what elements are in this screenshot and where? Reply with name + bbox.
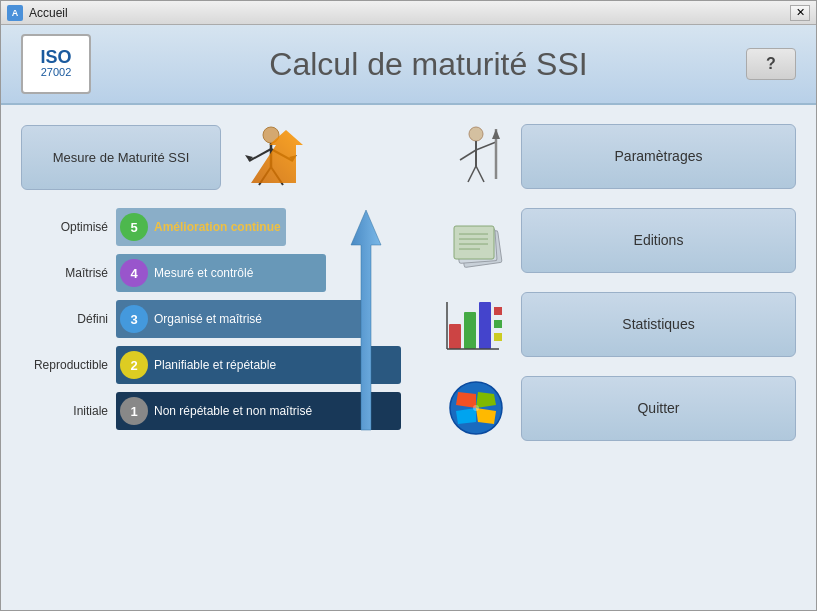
editions-row: Editions: [441, 204, 796, 276]
level-circle-2: 2: [120, 351, 148, 379]
pyramid-arrow: [341, 205, 391, 435]
svg-rect-31: [494, 333, 502, 341]
left-panel: Mesure de Maturité SSI: [21, 120, 421, 597]
header: ISO 27002 Calcul de maturité SSI ?: [1, 25, 816, 105]
level-bar-5: 5Amélioration continue: [116, 208, 286, 246]
level-circle-4: 4: [120, 259, 148, 287]
svg-line-11: [460, 150, 476, 160]
level-label-3: Défini: [21, 312, 116, 326]
person-figure: [231, 125, 311, 190]
level-text-1: Non répétable et non maîtrisé: [154, 404, 312, 418]
level-label-4: Maîtrisé: [21, 266, 116, 280]
level-circle-5: 5: [120, 213, 148, 241]
app-title: Calcul de maturité SSI: [111, 46, 746, 83]
title-bar-label: Accueil: [29, 6, 790, 20]
main-content: Mesure de Maturité SSI: [1, 105, 816, 611]
level-label-2: Reproductible: [21, 358, 116, 372]
level-text-3: Organisé et maîtrisé: [154, 312, 262, 326]
svg-rect-19: [454, 226, 494, 259]
pyramid: Optimisé5Amélioration continueMaîtrisé4M…: [21, 205, 401, 445]
level-circle-3: 3: [120, 305, 148, 333]
level-text-2: Planifiable et répétable: [154, 358, 276, 372]
svg-line-16: [476, 166, 484, 182]
svg-rect-30: [494, 320, 502, 328]
quitter-button[interactable]: Quitter: [521, 376, 796, 441]
close-button[interactable]: ✕: [790, 5, 810, 21]
svg-marker-8: [351, 210, 381, 430]
svg-rect-25: [464, 312, 476, 349]
logo-iso: ISO: [40, 48, 71, 66]
editions-button[interactable]: Editions: [521, 208, 796, 273]
title-bar: A Accueil ✕: [1, 1, 816, 25]
level-text-4: Mesuré et contrôlé: [154, 266, 253, 280]
level-label-1: Initiale: [21, 404, 116, 418]
statistiques-button[interactable]: Statistiques: [521, 292, 796, 357]
parametrages-button[interactable]: Paramètrages: [521, 124, 796, 189]
statistiques-row: Statistiques: [441, 288, 796, 360]
logo-box: ISO 27002: [21, 34, 91, 94]
logo-number: 27002: [41, 66, 72, 79]
maturite-button[interactable]: Mesure de Maturité SSI: [21, 125, 221, 190]
svg-line-15: [468, 166, 476, 182]
level-text-5: Amélioration continue: [154, 220, 281, 234]
level-circle-1: 1: [120, 397, 148, 425]
svg-marker-14: [492, 129, 500, 139]
level-bar-4: 4Mesuré et contrôlé: [116, 254, 326, 292]
top-left-row: Mesure de Maturité SSI: [21, 120, 421, 195]
svg-line-12: [476, 142, 496, 150]
svg-rect-26: [479, 302, 491, 349]
svg-rect-24: [449, 324, 461, 349]
parametrages-row: Paramètrages: [441, 120, 796, 192]
svg-point-33: [473, 405, 479, 411]
level-bar-3: 3Organisé et maîtrisé: [116, 300, 366, 338]
quitter-row: Quitter: [441, 372, 796, 444]
parametrages-icon: [441, 124, 511, 189]
statistiques-icon: [441, 292, 511, 357]
editions-icon: [441, 208, 511, 273]
level-label-5: Optimisé: [21, 220, 116, 234]
right-panel: Paramètrages: [441, 120, 796, 597]
help-button[interactable]: ?: [746, 48, 796, 80]
svg-point-9: [469, 127, 483, 141]
svg-rect-29: [494, 307, 502, 315]
quitter-icon: [441, 376, 511, 441]
title-bar-icon: A: [7, 5, 23, 21]
